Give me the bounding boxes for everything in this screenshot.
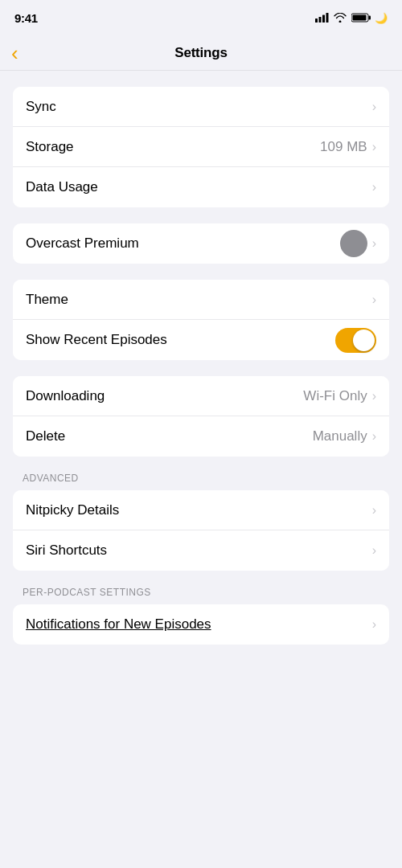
settings-item-notifications[interactable]: Notifications for New Episodes › bbox=[13, 604, 389, 645]
theme-chevron: › bbox=[372, 293, 376, 307]
storage-chevron: › bbox=[372, 140, 376, 154]
per-podcast-section-label: PER-PODCAST SETTINGS bbox=[0, 587, 402, 604]
recent-episodes-toggle[interactable] bbox=[335, 328, 376, 353]
data-usage-right: › bbox=[372, 180, 376, 194]
svg-rect-3 bbox=[326, 13, 329, 23]
toggle-thumb bbox=[353, 330, 375, 351]
notifications-right: › bbox=[372, 617, 376, 632]
data-usage-label: Data Usage bbox=[26, 179, 372, 195]
settings-item-recent-episodes[interactable]: Show Recent Episodes bbox=[13, 320, 389, 360]
storage-right: 109 MB › bbox=[320, 139, 376, 155]
settings-item-downloading[interactable]: Downloading Wi-Fi Only › bbox=[13, 376, 389, 416]
siri-right: › bbox=[372, 543, 376, 558]
premium-chevron: › bbox=[372, 236, 376, 251]
premium-label: Overcast Premium bbox=[26, 235, 340, 252]
status-icons: 🌙 bbox=[315, 12, 388, 24]
settings-item-sync[interactable]: Sync › bbox=[13, 87, 389, 127]
battery-icon bbox=[351, 13, 371, 23]
group-download: Downloading Wi-Fi Only › Delete Manually… bbox=[13, 376, 389, 457]
settings-item-siri[interactable]: Siri Shortcuts › bbox=[13, 530, 389, 571]
downloading-chevron: › bbox=[372, 389, 376, 403]
storage-value: 109 MB bbox=[320, 139, 367, 155]
group-per-podcast: Notifications for New Episodes › bbox=[13, 604, 389, 645]
settings-content: Sync › Storage 109 MB › Data Usage › Ove… bbox=[0, 71, 402, 677]
nav-bar: ‹ Settings bbox=[0, 35, 402, 71]
siri-label: Siri Shortcuts bbox=[26, 542, 372, 559]
premium-right: › bbox=[340, 230, 376, 257]
sync-label: Sync bbox=[26, 99, 372, 115]
sync-right: › bbox=[372, 100, 376, 114]
nitpicky-label: Nitpicky Details bbox=[26, 502, 372, 518]
settings-item-delete[interactable]: Delete Manually › bbox=[13, 416, 389, 457]
downloading-value: Wi-Fi Only bbox=[303, 388, 367, 404]
group-appearance: Theme › Show Recent Episodes bbox=[13, 280, 389, 360]
nitpicky-right: › bbox=[372, 503, 376, 518]
status-time: 9:41 bbox=[14, 11, 38, 25]
group-premium: Overcast Premium › bbox=[13, 223, 389, 264]
data-usage-chevron: › bbox=[372, 180, 376, 194]
notifications-chevron: › bbox=[372, 617, 376, 632]
notifications-label-text: Notifications for New Episodes bbox=[26, 616, 211, 633]
signal-icon bbox=[315, 13, 329, 23]
svg-rect-5 bbox=[369, 16, 371, 20]
wifi-icon bbox=[334, 13, 347, 23]
delete-chevron: › bbox=[372, 429, 376, 444]
settings-item-premium[interactable]: Overcast Premium › bbox=[13, 223, 389, 264]
page-title: Settings bbox=[174, 45, 227, 61]
nitpicky-chevron: › bbox=[372, 503, 376, 518]
settings-item-theme[interactable]: Theme › bbox=[13, 280, 389, 320]
moon-icon: 🌙 bbox=[375, 12, 388, 24]
group-general: Sync › Storage 109 MB › Data Usage › bbox=[13, 87, 389, 207]
settings-item-nitpicky[interactable]: Nitpicky Details › bbox=[13, 490, 389, 530]
storage-label: Storage bbox=[26, 139, 320, 155]
downloading-right: Wi-Fi Only › bbox=[303, 388, 376, 404]
delete-right: Manually › bbox=[313, 428, 376, 444]
back-button[interactable]: ‹ bbox=[11, 43, 18, 63]
status-bar: 9:41 🌙 bbox=[0, 0, 402, 35]
premium-indicator bbox=[340, 230, 367, 257]
delete-value: Manually bbox=[313, 428, 367, 444]
recent-episodes-right bbox=[335, 328, 376, 353]
theme-right: › bbox=[372, 293, 376, 307]
group-advanced: Nitpicky Details › Siri Shortcuts › bbox=[13, 490, 389, 571]
delete-label: Delete bbox=[26, 428, 313, 444]
settings-item-storage[interactable]: Storage 109 MB › bbox=[13, 127, 389, 167]
downloading-label: Downloading bbox=[26, 388, 303, 404]
advanced-section-label: ADVANCED bbox=[0, 473, 402, 490]
svg-rect-2 bbox=[322, 15, 325, 23]
svg-rect-0 bbox=[315, 18, 318, 23]
theme-label: Theme bbox=[26, 292, 372, 308]
svg-rect-6 bbox=[353, 15, 367, 21]
notifications-label: Notifications for New Episodes bbox=[26, 616, 372, 633]
recent-episodes-label: Show Recent Episodes bbox=[26, 332, 335, 348]
svg-rect-1 bbox=[319, 17, 322, 23]
settings-item-data-usage[interactable]: Data Usage › bbox=[13, 167, 389, 207]
sync-chevron: › bbox=[372, 100, 376, 114]
siri-chevron: › bbox=[372, 543, 376, 558]
